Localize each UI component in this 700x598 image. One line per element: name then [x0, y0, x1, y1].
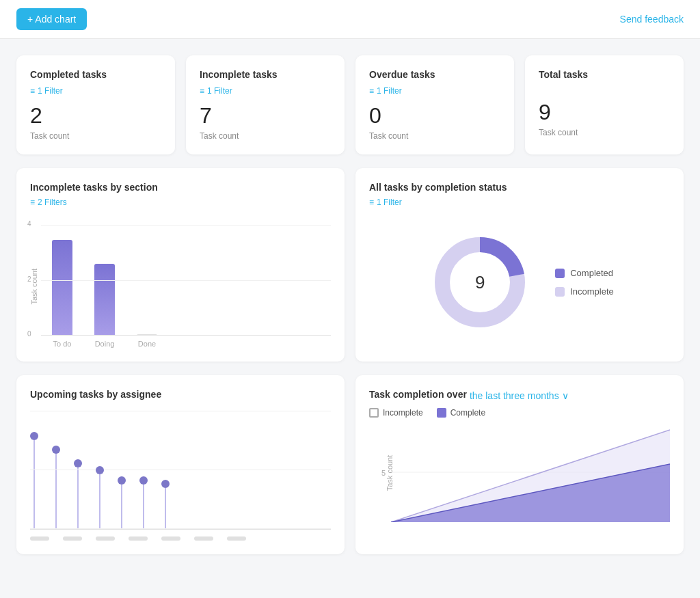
bar-doing-rect: [94, 264, 115, 336]
chevron-down-icon: ∨: [562, 390, 569, 401]
bar-chart-container: Task count 4 2: [30, 225, 331, 348]
time-period-button[interactable]: the last three months ∨: [470, 390, 569, 401]
donut-center-number: 9: [475, 272, 485, 293]
lollipop-xlabel-0: [30, 536, 49, 541]
total-tasks-number: 9: [539, 99, 670, 125]
top-bar: + Add chart Send feedback: [0, 0, 700, 39]
lollipop-ball-0: [30, 432, 38, 440]
filter-icon: ≡: [30, 86, 35, 96]
lollipop-stick-1: [55, 454, 57, 529]
add-chart-button[interactable]: + Add chart: [16, 8, 87, 30]
legend-complete-text: Complete: [450, 408, 485, 418]
incomplete-tasks-number: 7: [200, 103, 331, 128]
lollipop-xlabel-5: [194, 536, 213, 541]
bar-chart-title: Incomplete tasks by section: [30, 182, 331, 193]
donut-chart-filter[interactable]: ≡ 1 Filter: [369, 198, 402, 207]
lollipop-ball-6: [161, 480, 170, 488]
bar-chart-y-label: Task count: [30, 269, 38, 305]
overdue-tasks-filter[interactable]: ≡ 1 Filter: [369, 86, 402, 96]
total-tasks-card: Total tasks 9 Task count: [525, 55, 684, 154]
completed-tasks-title: Completed tasks: [30, 69, 161, 80]
area-chart-legend: Incomplete Complete: [369, 408, 670, 418]
legend-incomplete-label: Incomplete: [570, 286, 614, 297]
bar-doing: [94, 264, 115, 336]
charts-row-2: Upcoming tasks by assignee: [16, 375, 684, 554]
lollipop-item-6: [161, 480, 170, 529]
area-chart-title-row: Task completion over the last three mont…: [369, 389, 670, 403]
lollipop-stick-2: [77, 467, 79, 529]
lollipop-ball-1: [52, 446, 60, 454]
legend-incomplete-area: Incomplete: [369, 408, 423, 418]
metric-cards-row: Completed tasks ≡ 1 Filter 2 Task count …: [16, 55, 684, 154]
lollipop-xlabel-3: [129, 536, 148, 541]
donut-legend: Completed Incomplete: [555, 268, 614, 297]
completed-tasks-label: Task count: [30, 131, 161, 141]
donut-chart-card: All tasks by completion status ≡ 1 Filte…: [355, 168, 684, 362]
legend-incomplete-box: [369, 408, 379, 418]
incomplete-tasks-card: Incomplete tasks ≡ 1 Filter 7 Task count: [186, 55, 345, 154]
lollipop-ball-5: [139, 476, 148, 485]
lollipop-item-2: [74, 459, 82, 529]
donut-wrapper: 9: [425, 228, 535, 337]
dashboard: Completed tasks ≡ 1 Filter 2 Task count …: [0, 39, 700, 571]
bar-chart-filter[interactable]: ≡ 2 Filters: [30, 198, 67, 207]
legend-incomplete: Incomplete: [555, 286, 614, 297]
lollipop-xlabel-4: [161, 536, 180, 541]
bar-label-todo: To do: [52, 340, 72, 348]
donut-chart-title: All tasks by completion status: [369, 182, 670, 193]
filter-icon: ≡: [200, 86, 204, 96]
lollipop-stick-5: [143, 485, 144, 529]
completed-tasks-card: Completed tasks ≡ 1 Filter 2 Task count: [16, 55, 175, 154]
incomplete-tasks-filter[interactable]: ≡ 1 Filter: [200, 86, 232, 96]
bar-label-doing: Doing: [94, 340, 115, 348]
area-chart-svg-wrapper: 5: [369, 423, 670, 522]
area-svg-container: Task count: [391, 423, 670, 522]
legend-completed: Completed: [555, 268, 614, 278]
area-chart-card: Task completion over the last three mont…: [355, 375, 684, 554]
lollipop-ball-3: [96, 466, 104, 474]
incomplete-tasks-label: Task count: [200, 131, 331, 141]
lollipop-ball-2: [74, 459, 82, 467]
lollipop-xlabel-1: [63, 536, 82, 541]
lollipop-stick-0: [33, 440, 35, 529]
lollipop-item-5: [139, 476, 148, 529]
lollipop-stick-4: [121, 485, 122, 529]
lollipop-chart-card: Upcoming tasks by assignee: [16, 375, 345, 554]
overdue-tasks-number: 0: [369, 103, 500, 128]
bar-todo: [52, 240, 72, 336]
lollipop-item-1: [52, 446, 60, 529]
lollipop-xlabel-2: [96, 536, 115, 541]
legend-complete-area: Complete: [437, 408, 485, 418]
total-tasks-title: Total tasks: [539, 69, 670, 80]
completed-tasks-filter[interactable]: ≡ 1 Filter: [30, 86, 63, 96]
donut-area: 9 Completed Incomplete: [369, 228, 670, 337]
legend-complete-box: [437, 408, 446, 418]
lollipop-stick-6: [165, 488, 166, 529]
lollipop-chart-title: Upcoming tasks by assignee: [30, 389, 331, 400]
send-feedback-link[interactable]: Send feedback: [620, 14, 684, 25]
filter-icon: ≡: [369, 86, 374, 96]
filter-icon: ≡: [369, 198, 374, 207]
incomplete-tasks-title: Incomplete tasks: [200, 69, 331, 80]
area-chart-y-axis-label: Task count: [386, 455, 394, 491]
bar-chart-card: Incomplete tasks by section ≡ 2 Filters …: [16, 168, 345, 362]
bar-done-rect: [137, 334, 157, 336]
overdue-tasks-card: Overdue tasks ≡ 1 Filter 0 Task count: [355, 55, 514, 154]
lollipop-item-0: [30, 432, 38, 529]
lollipop-item-3: [96, 466, 104, 529]
legend-completed-label: Completed: [570, 268, 613, 278]
lollipop-stick-3: [99, 474, 100, 529]
overdue-tasks-title: Overdue tasks: [369, 69, 500, 80]
bar-todo-rect: [52, 240, 72, 336]
legend-incomplete-dot: [555, 287, 565, 297]
legend-completed-dot: [555, 269, 565, 278]
area-chart-title: Task completion over: [369, 389, 467, 400]
bar-done: [137, 334, 157, 336]
bar-label-done: Done: [137, 340, 157, 348]
overdue-tasks-label: Task count: [369, 131, 500, 141]
lollipop-ball-4: [118, 476, 126, 485]
legend-incomplete-text: Incomplete: [383, 408, 423, 418]
charts-row-1: Incomplete tasks by section ≡ 2 Filters …: [16, 168, 684, 362]
completed-tasks-number: 2: [30, 103, 161, 128]
filter-icon: ≡: [30, 198, 35, 207]
